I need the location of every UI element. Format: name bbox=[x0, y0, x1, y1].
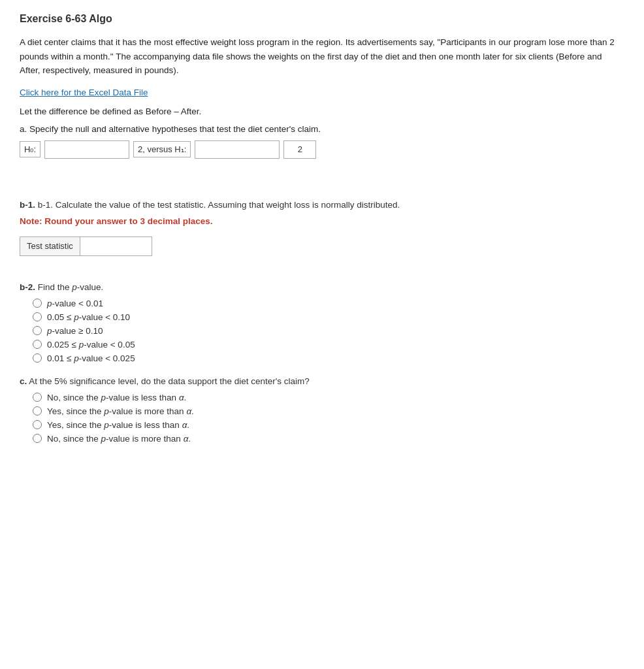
p-value-option-3[interactable]: p-value ≥ 0.10 bbox=[33, 326, 624, 336]
p-value-radio-2[interactable] bbox=[33, 312, 42, 321]
section-c-text: c. At the 5% significance level, do the … bbox=[20, 376, 624, 386]
conclusion-radio-2[interactable] bbox=[33, 406, 42, 416]
excel-link[interactable]: Click here for the Excel Data File bbox=[20, 88, 148, 97]
section-c-option-1[interactable]: No, since the p-value is less than α. bbox=[33, 393, 624, 402]
section-c-radio-group: No, since the p-value is less than α. Ye… bbox=[33, 393, 624, 444]
p-value-radio-group: p-value < 0.01 0.05 ≤ p-value < 0.10 p-v… bbox=[33, 299, 624, 363]
p-value-option-2[interactable]: 0.05 ≤ p-value < 0.10 bbox=[33, 312, 624, 322]
ha-input[interactable] bbox=[195, 140, 280, 159]
section-b2-text: b-2. Find the p-value. bbox=[20, 282, 624, 292]
p-value-radio-5[interactable] bbox=[33, 353, 42, 363]
section-c-option-4[interactable]: No, since the p-value is more than α. bbox=[33, 434, 624, 444]
difference-note: Let the difference be defined as Before … bbox=[20, 106, 624, 116]
note-red: Note: Round your answer to 3 decimal pla… bbox=[20, 214, 624, 229]
versus-label: 2, versus H₁: bbox=[133, 141, 191, 157]
hypothesis-number: 2 bbox=[283, 140, 316, 159]
p-value-radio-4[interactable] bbox=[33, 340, 42, 349]
exercise-description: A diet center claims that it has the mos… bbox=[20, 35, 624, 78]
section-c-option-2[interactable]: Yes, since the p-value is more than α. bbox=[33, 406, 624, 416]
h0-input[interactable] bbox=[44, 140, 129, 159]
p-value-option-1[interactable]: p-value < 0.01 bbox=[33, 299, 624, 308]
section-b1-text: b-1. b-1. Calculate the value of the tes… bbox=[20, 198, 624, 212]
test-statistic-row: Test statistic bbox=[20, 237, 624, 256]
section-c-option-3[interactable]: Yes, since the p-value is less than α. bbox=[33, 420, 624, 430]
p-value-radio-1[interactable] bbox=[33, 299, 42, 308]
conclusion-radio-4[interactable] bbox=[33, 434, 42, 443]
p-value-option-5[interactable]: 0.01 ≤ p-value < 0.025 bbox=[33, 353, 624, 363]
section-b1: b-1. b-1. Calculate the value of the tes… bbox=[20, 198, 624, 229]
h0-label: H₀: bbox=[20, 141, 40, 157]
test-statistic-label: Test statistic bbox=[20, 237, 80, 256]
p-value-radio-3[interactable] bbox=[33, 326, 42, 335]
section-b2: b-2. Find the p-value. p-value < 0.01 0.… bbox=[20, 282, 624, 363]
section-a-label: a. Specify the null and alternative hypo… bbox=[20, 124, 624, 134]
p-value-option-4[interactable]: 0.025 ≤ p-value < 0.05 bbox=[33, 340, 624, 350]
hypothesis-row: H₀: 2, versus H₁: 2 bbox=[20, 140, 624, 159]
section-c: c. At the 5% significance level, do the … bbox=[20, 376, 624, 444]
conclusion-radio-1[interactable] bbox=[33, 393, 42, 402]
conclusion-radio-3[interactable] bbox=[33, 420, 42, 429]
test-statistic-input[interactable] bbox=[80, 237, 152, 256]
exercise-title: Exercise 6-63 Algo bbox=[20, 13, 624, 25]
